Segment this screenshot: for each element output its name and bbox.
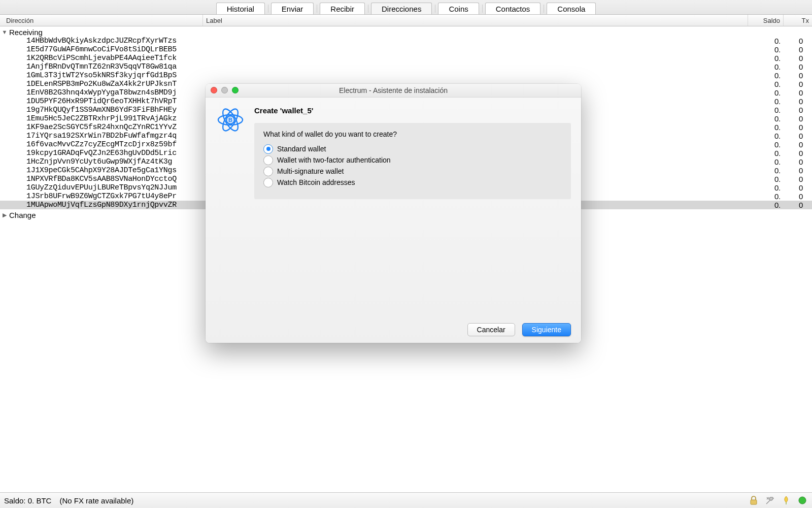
chevron-down-icon[interactable]: ▼ (0, 29, 9, 35)
address-txcount: 0 (784, 37, 812, 45)
address-text: 1GmL3T3jtWT2Yso5kNRSf3kyjqrfGd1BpS (26, 71, 748, 80)
address-txcount: 0 (784, 157, 812, 166)
address-row[interactable]: 1AnjfBRnDvQTmnTZ62nR3V5qqVT8Gw81qa0.0 (0, 62, 812, 71)
address-txcount: 0 (784, 166, 812, 175)
address-txcount: 0 (784, 149, 812, 157)
address-balance: 0. (748, 88, 784, 97)
tab-divider (317, 5, 317, 13)
address-txcount: 0 (784, 201, 812, 209)
address-txcount: 0 (784, 132, 812, 140)
column-tx[interactable]: Tx (784, 15, 812, 26)
tab-contactos[interactable]: Contactos (485, 3, 541, 14)
tab-coins[interactable]: Coins (438, 3, 479, 14)
radio-label: Standard wallet (277, 145, 326, 153)
wallet-type-option[interactable]: Watch Bitcoin addresses (263, 177, 562, 188)
dialog-title: Electrum - Asistente de instalación (339, 86, 448, 94)
radio-icon[interactable] (263, 167, 273, 176)
column-label[interactable]: Label (203, 15, 748, 26)
group-receiving[interactable]: ▼Receiving (0, 26, 812, 37)
address-balance: 0. (748, 37, 784, 45)
address-txcount: 0 (784, 140, 812, 149)
address-balance: 0. (748, 80, 784, 88)
address-text: 1K2QRBcViPScmhLjevabPE4AAqieeT1fck (26, 54, 748, 62)
radio-icon[interactable] (263, 178, 273, 187)
address-balance: 0. (748, 183, 784, 192)
address-balance: 0. (748, 71, 784, 80)
wallet-type-option[interactable]: Multi-signature wallet (263, 166, 562, 177)
column-address[interactable]: Dirección (0, 15, 203, 26)
address-text: 1E5d77GuWAF6mnwCoCiFVo8tSiDQLrBEB5 (26, 45, 748, 54)
address-txcount: 0 (784, 106, 812, 114)
group-label: Receiving (9, 28, 43, 37)
group-label: Change (9, 211, 36, 219)
address-txcount: 0 (784, 54, 812, 62)
chevron-right-icon[interactable]: ▶ (0, 212, 9, 218)
next-button[interactable]: Siguiente (522, 323, 571, 336)
tab-divider (368, 5, 368, 13)
tab-direcciones[interactable]: Direcciones (371, 3, 432, 14)
address-txcount: 0 (784, 88, 812, 97)
lock-icon[interactable] (748, 495, 759, 506)
address-txcount: 0 (784, 62, 812, 71)
status-fx: (No FX rate available) (59, 496, 133, 505)
address-balance: 0. (748, 97, 784, 106)
svg-point-1 (799, 497, 806, 504)
status-bar: Saldo: 0. BTC (No FX rate available) (0, 492, 812, 508)
tab-bar: HistorialEnviarRecibirDireccionesCoinsCo… (0, 0, 812, 15)
radio-label: Wallet with two-factor authentication (277, 156, 391, 164)
dialog-question: What kind of wallet do you want to creat… (263, 130, 562, 138)
close-icon[interactable] (211, 87, 217, 93)
cancel-button[interactable]: Cancelar (467, 323, 515, 336)
address-row[interactable]: 1GmL3T3jtWT2Yso5kNRSf3kyjqrfGd1BpS0.0 (0, 71, 812, 80)
address-balance: 0. (748, 106, 784, 114)
tools-icon[interactable] (764, 495, 775, 506)
address-balance: 0. (748, 140, 784, 149)
address-balance: 0. (748, 54, 784, 62)
address-balance: 0. (748, 166, 784, 175)
address-txcount: 0 (784, 175, 812, 183)
tab-divider (268, 5, 268, 13)
address-balance: 0. (748, 62, 784, 71)
column-balance[interactable]: Saldo (748, 15, 784, 26)
radio-label: Multi-signature wallet (277, 167, 344, 175)
dialog-titlebar: Electrum - Asistente de instalación (206, 84, 581, 98)
dialog-heading: Create 'wallet_5' (254, 106, 571, 115)
zoom-icon[interactable] (232, 87, 239, 93)
svg-rect-0 (751, 500, 757, 504)
list-header: Dirección Label Saldo Tx (0, 15, 812, 26)
tab-divider (544, 5, 544, 13)
address-txcount: 0 (784, 183, 812, 192)
tab-historial[interactable]: Historial (216, 3, 265, 14)
electrum-logo-icon: B (216, 105, 245, 311)
svg-text:B: B (228, 117, 232, 123)
address-row[interactable]: 14HBbWdvBQkiyAskzdpcJUZRcpfXyrWTzs0.0 (0, 37, 812, 45)
address-balance: 0. (748, 157, 784, 166)
address-text: 1AnjfBRnDvQTmnTZ62nR3V5qqVT8Gw81qa (26, 62, 748, 71)
address-balance: 0. (748, 201, 784, 209)
seed-icon[interactable] (781, 495, 792, 506)
address-balance: 0. (748, 45, 784, 54)
address-row[interactable]: 1K2QRBcViPScmhLjevabPE4AAqieeT1fck0.0 (0, 54, 812, 62)
address-txcount: 0 (784, 114, 812, 123)
radio-icon[interactable] (263, 155, 273, 165)
tab-consola[interactable]: Consola (547, 3, 596, 14)
address-balance: 0. (748, 175, 784, 183)
radio-label: Watch Bitcoin addresses (277, 178, 355, 186)
radio-icon[interactable] (263, 144, 273, 154)
address-balance: 0. (748, 123, 784, 132)
address-txcount: 0 (784, 123, 812, 132)
address-balance: 0. (748, 132, 784, 140)
wallet-type-option[interactable]: Standard wallet (263, 143, 562, 154)
tab-enviar[interactable]: Enviar (271, 3, 314, 14)
tab-divider (482, 5, 483, 13)
network-icon[interactable] (797, 495, 808, 506)
address-txcount: 0 (784, 71, 812, 80)
address-balance: 0. (748, 149, 784, 157)
address-txcount: 0 (784, 80, 812, 88)
address-txcount: 0 (784, 97, 812, 106)
address-text: 14HBbWdvBQkiyAskzdpcJUZRcpfXyrWTzs (26, 37, 748, 45)
tab-recibir[interactable]: Recibir (320, 3, 365, 14)
wallet-type-option[interactable]: Wallet with two-factor authentication (263, 154, 562, 166)
address-row[interactable]: 1E5d77GuWAF6mnwCoCiFVo8tSiDQLrBEB50.0 (0, 45, 812, 54)
wallet-type-panel: What kind of wallet do you want to creat… (254, 123, 571, 199)
